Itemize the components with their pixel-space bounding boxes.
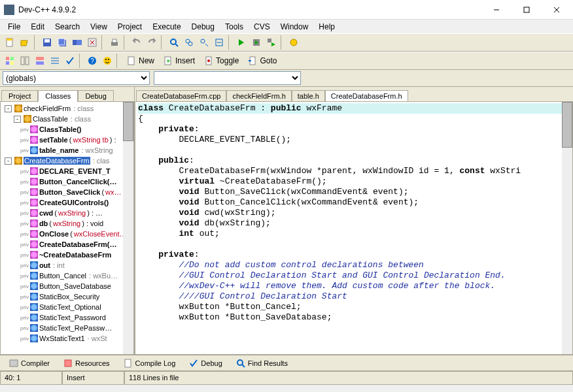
method-icon: [30, 136, 38, 144]
left-tab-project[interactable]: Project: [1, 90, 38, 101]
tree-row[interactable]: -CreateDatabaseFrm: clas: [2, 155, 132, 166]
tree-row[interactable]: privsetTable(wxString tb) :: [2, 135, 132, 145]
tree-row[interactable]: privStaticText_Password: [2, 312, 132, 323]
tree-scrollbar[interactable]: [123, 102, 133, 354]
bottom-tab-compile-log[interactable]: Compile Log: [117, 356, 182, 370]
bottom-tab-compiler[interactable]: Compiler: [3, 356, 56, 370]
view-grid-icon[interactable]: [3, 54, 17, 68]
tree-toggle-icon[interactable]: -: [5, 157, 12, 165]
separator: [101, 35, 105, 50]
tree-row[interactable]: privButton_Cancel : wxBu…: [2, 270, 132, 281]
run-icon[interactable]: [249, 35, 264, 50]
help-icon[interactable]: ?: [85, 54, 99, 68]
field-icon: [30, 261, 38, 269]
menu-tools[interactable]: Tools: [220, 21, 249, 33]
svg-rect-25: [268, 39, 271, 42]
about-icon[interactable]: [100, 54, 114, 68]
tree-row[interactable]: privButton_CancelClick(…: [2, 176, 132, 187]
bottom-tab-debug[interactable]: Debug: [182, 356, 228, 370]
tree-item-label: ~CreateDatabaseFrm: [39, 251, 111, 259]
menu-debug[interactable]: Debug: [186, 21, 220, 33]
method-icon: [30, 188, 38, 196]
view-full-icon[interactable]: [33, 54, 47, 68]
tree-row[interactable]: privStaticText_RePassw…: [2, 323, 132, 333]
tree-row[interactable]: privStaticBox_Security: [2, 291, 132, 302]
new-file-icon[interactable]: [3, 35, 17, 50]
find-icon[interactable]: [167, 35, 181, 50]
save-all-icon[interactable]: [55, 35, 69, 50]
compile-icon[interactable]: [234, 35, 249, 50]
separator: [228, 35, 232, 50]
undo-icon[interactable]: [130, 35, 144, 50]
tree-row[interactable]: priv~CreateDatabaseFrm: [2, 250, 132, 260]
tree-row[interactable]: -ClassTable: class: [2, 114, 132, 124]
save-project-icon[interactable]: [70, 35, 84, 50]
tree-row[interactable]: privWxStaticText1 · wxSt: [2, 333, 132, 344]
tree-row[interactable]: privStaticText_Optional: [2, 302, 132, 312]
menu-cvs[interactable]: CVS: [249, 21, 275, 33]
tree-row[interactable]: privClassTable(): [2, 124, 132, 135]
tree-toggle-icon[interactable]: -: [14, 116, 21, 123]
menu-edit[interactable]: Edit: [26, 21, 50, 33]
private-badge: priv: [20, 221, 29, 227]
tree-row[interactable]: privout : int: [2, 260, 132, 270]
view-list-icon[interactable]: [48, 54, 62, 68]
editor-tab[interactable]: checkFieldFrm.h: [226, 90, 291, 101]
tree-row[interactable]: privtable_name : wxString: [2, 145, 132, 155]
menu-view[interactable]: View: [85, 21, 113, 33]
toggle-button[interactable]: Toggle: [200, 54, 243, 68]
open-icon[interactable]: [18, 35, 32, 50]
goto-line-icon[interactable]: [212, 35, 226, 50]
editor-tab[interactable]: CreateDatabaseFrm.cpp: [136, 90, 226, 101]
check-icon[interactable]: [63, 54, 77, 68]
menu-file[interactable]: File: [3, 21, 26, 33]
compile-run-icon[interactable]: [264, 35, 279, 50]
menu-search[interactable]: Search: [50, 21, 85, 33]
tree-row[interactable]: privcwd(wxString) : …: [2, 208, 132, 218]
editor-tab[interactable]: CreateDatabaseFrm.h: [325, 90, 408, 102]
code-editor[interactable]: class CreateDatabaseFrm : public wxFrame…: [135, 101, 573, 355]
scope-combo[interactable]: (globals): [3, 71, 150, 85]
left-tab-classes[interactable]: Classes: [38, 90, 78, 102]
tree-row[interactable]: privdb(wxString) : void: [2, 218, 132, 229]
tree-row[interactable]: -checkFieldFrm: class: [2, 103, 132, 114]
svg-rect-34: [36, 61, 44, 65]
minimize-button[interactable]: [481, 0, 512, 20]
separator: [281, 35, 285, 50]
tree-row[interactable]: privCreateDatabaseFrm(…: [2, 239, 132, 250]
replace-icon[interactable]: [182, 35, 196, 50]
close-file-icon[interactable]: [85, 35, 99, 50]
tree-item-label: Button_CancelClick(…: [39, 178, 117, 186]
goto-button[interactable]: Goto: [243, 54, 281, 68]
tree-row[interactable]: privOnClose(wxCloseEvent…: [2, 229, 132, 239]
insert-button[interactable]: Insert: [159, 54, 199, 68]
maximize-button[interactable]: [512, 0, 542, 20]
menu-help[interactable]: Help: [313, 21, 340, 33]
new-button[interactable]: New: [122, 54, 158, 68]
svg-line-18: [175, 44, 178, 46]
editor-scrollbar[interactable]: [562, 102, 572, 354]
close-button[interactable]: [542, 0, 572, 20]
tree-row[interactable]: privDECLARE_EVENT_T: [2, 166, 132, 176]
bottom-tab-find-results[interactable]: Find Results: [230, 356, 294, 370]
svg-rect-7: [44, 39, 50, 42]
tree-toggle-icon[interactable]: -: [5, 105, 12, 112]
menu-window[interactable]: Window: [275, 21, 314, 33]
save-icon[interactable]: [40, 35, 54, 50]
menu-project[interactable]: Project: [113, 21, 147, 33]
class-combo[interactable]: [154, 71, 301, 85]
print-icon[interactable]: [107, 35, 122, 50]
editor-tab[interactable]: table.h: [292, 90, 325, 101]
class-browser[interactable]: -checkFieldFrm: class-ClassTable: classp…: [0, 101, 134, 355]
bottom-tab-resources[interactable]: Resources: [57, 356, 116, 370]
find-next-icon[interactable]: [197, 35, 211, 50]
left-tab-debug[interactable]: Debug: [78, 90, 113, 101]
tree-row[interactable]: privButton_SaveDatabase: [2, 281, 132, 291]
view-tile-icon[interactable]: [18, 54, 32, 68]
debug-icon[interactable]: [286, 35, 301, 50]
menu-execute[interactable]: Execute: [147, 21, 186, 33]
tree-row[interactable]: privCreateGUIControls(): [2, 197, 132, 208]
tree-row[interactable]: privButton_SaveClick(wx…: [2, 187, 132, 197]
redo-icon[interactable]: [145, 35, 159, 50]
field-icon: [30, 146, 38, 154]
